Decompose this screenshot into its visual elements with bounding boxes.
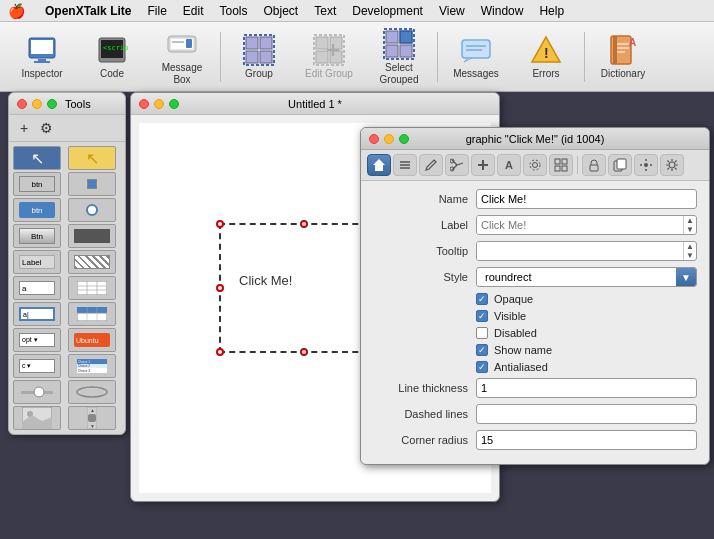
checkbox-show-name[interactable] xyxy=(476,344,488,356)
toolbar-sep-2 xyxy=(437,32,438,82)
toolbar-group[interactable]: Group xyxy=(225,26,293,88)
canvas-close-button[interactable] xyxy=(139,99,149,109)
label-up-arrow[interactable]: ▲ xyxy=(684,216,696,225)
tool-field[interactable]: a xyxy=(13,276,61,300)
tools-maximize-button[interactable] xyxy=(47,99,57,109)
tool-radio[interactable] xyxy=(68,198,116,222)
tool-button-outline[interactable]: btn xyxy=(13,172,61,196)
menu-tools[interactable]: Tools xyxy=(220,4,248,18)
checkbox-opaque[interactable] xyxy=(476,293,488,305)
tool-ubuntu[interactable]: Ubuntu xyxy=(68,328,116,352)
insp-tab-home[interactable] xyxy=(367,154,391,176)
tools-minimize-button[interactable] xyxy=(32,99,42,109)
tool-label[interactable]: Label xyxy=(13,250,61,274)
insp-tab-pencil[interactable] xyxy=(419,154,443,176)
inspector-maximize-button[interactable] xyxy=(399,134,409,144)
toolbar-inspector[interactable]: Inspector xyxy=(8,26,76,88)
toolbar-dictionary[interactable]: A Dictionary xyxy=(589,26,657,88)
tool-button-filled[interactable]: btn xyxy=(13,198,61,222)
handle-top-left[interactable] xyxy=(216,220,224,228)
inspector-icon xyxy=(26,34,58,66)
corner-radius-input[interactable] xyxy=(476,430,697,450)
tool-pointer[interactable]: ↖ xyxy=(13,146,61,170)
tools-add-button[interactable]: + xyxy=(15,119,33,137)
tool-checkbox[interactable] xyxy=(68,172,116,196)
tools-gear-button[interactable]: ⚙ xyxy=(37,119,55,137)
tooltip-input[interactable] xyxy=(477,242,683,260)
menu-development[interactable]: Development xyxy=(352,4,423,18)
label-down-arrow[interactable]: ▼ xyxy=(684,225,696,234)
checkbox-antialiased[interactable] xyxy=(476,361,488,373)
handle-top-middle[interactable] xyxy=(300,220,308,228)
tool-browse[interactable]: ↖ xyxy=(68,146,116,170)
style-value: roundrect xyxy=(481,271,676,283)
tool-oval[interactable] xyxy=(68,380,116,404)
insp-tab-scissors[interactable] xyxy=(445,154,469,176)
tool-image[interactable] xyxy=(13,406,61,430)
insp-tab-grid[interactable] xyxy=(549,154,573,176)
oval-icon xyxy=(74,385,110,399)
inspector-minimize-button[interactable] xyxy=(384,134,394,144)
toolbar-code[interactable]: <script> Code xyxy=(78,26,146,88)
menu-edit[interactable]: Edit xyxy=(183,4,204,18)
menu-text[interactable]: Text xyxy=(314,4,336,18)
insp-tab-list[interactable] xyxy=(393,154,417,176)
tool-dark-rect[interactable] xyxy=(68,224,116,248)
tool-grid2[interactable] xyxy=(68,302,116,326)
menu-help[interactable]: Help xyxy=(539,4,564,18)
toolbar-message-box[interactable]: Message Box xyxy=(148,26,216,88)
handle-bottom-left[interactable] xyxy=(216,348,224,356)
tool-option-menu[interactable]: opt ▾ xyxy=(13,328,61,352)
svg-rect-18 xyxy=(316,51,328,63)
dashed-lines-input[interactable] xyxy=(476,404,697,424)
style-select[interactable]: roundrect ▼ xyxy=(476,267,697,287)
app-name[interactable]: OpenXTalk Lite xyxy=(45,4,131,18)
line-thickness-label: Line thickness xyxy=(373,382,468,394)
toolbar-messages[interactable]: Messages xyxy=(442,26,510,88)
insp-copy-button[interactable] xyxy=(608,154,632,176)
insp-tab-text-a[interactable]: A xyxy=(497,154,521,176)
canvas-maximize-button[interactable] xyxy=(169,99,179,109)
insp-lock-button[interactable] xyxy=(582,154,606,176)
insp-gear-settings-button[interactable] xyxy=(660,154,684,176)
tool-button-3d[interactable]: Btn xyxy=(13,224,61,248)
line-thickness-input[interactable] xyxy=(476,378,697,398)
svg-point-56 xyxy=(34,387,44,397)
tooltip-up-arrow[interactable]: ▲ xyxy=(684,242,696,251)
tool-combo[interactable]: c ▾ xyxy=(13,354,61,378)
insp-tab-gear[interactable] xyxy=(523,154,547,176)
menu-object[interactable]: Object xyxy=(264,4,299,18)
checkbox-visible[interactable] xyxy=(476,310,488,322)
tool-scrollbar[interactable]: ▲ ▼ xyxy=(68,406,116,430)
canvas-minimize-button[interactable] xyxy=(154,99,164,109)
tool-striped[interactable] xyxy=(68,250,116,274)
handle-bottom-middle[interactable] xyxy=(300,348,308,356)
tool-field-bordered[interactable]: a| xyxy=(13,302,61,326)
insp-tab-plus[interactable] xyxy=(471,154,495,176)
tool-grid[interactable] xyxy=(68,276,116,300)
style-dropdown-arrow[interactable]: ▼ xyxy=(676,268,696,286)
inspector-close-button[interactable] xyxy=(369,134,379,144)
name-input[interactable] xyxy=(476,189,697,209)
tools-close-button[interactable] xyxy=(17,99,27,109)
label-input[interactable] xyxy=(477,216,683,234)
menu-view[interactable]: View xyxy=(439,4,465,18)
dark-rect-icon xyxy=(74,229,110,243)
handle-middle-left[interactable] xyxy=(216,284,224,292)
menu-window[interactable]: Window xyxy=(481,4,524,18)
tool-list[interactable]: Choice 1 Choice 2 Choice 3 xyxy=(68,354,116,378)
tooltip-down-arrow[interactable]: ▼ xyxy=(684,251,696,260)
toolbar-errors[interactable]: ! Errors xyxy=(512,26,580,88)
tool-slider[interactable] xyxy=(13,380,61,404)
apple-menu[interactable]: 🍎 xyxy=(8,3,25,19)
insp-settings-button[interactable] xyxy=(634,154,658,176)
svg-text:!: ! xyxy=(544,45,549,61)
label-row: Label ▲ ▼ xyxy=(373,215,697,235)
toolbar-select-grouped[interactable]: Select Grouped xyxy=(365,26,433,88)
svg-rect-14 xyxy=(260,51,272,63)
toolbar-edit-group[interactable]: Edit Group xyxy=(295,26,363,88)
tooltip-arrows: ▲ ▼ xyxy=(683,242,696,260)
svg-rect-35 xyxy=(613,36,617,64)
checkbox-disabled[interactable] xyxy=(476,327,488,339)
menu-file[interactable]: File xyxy=(147,4,166,18)
